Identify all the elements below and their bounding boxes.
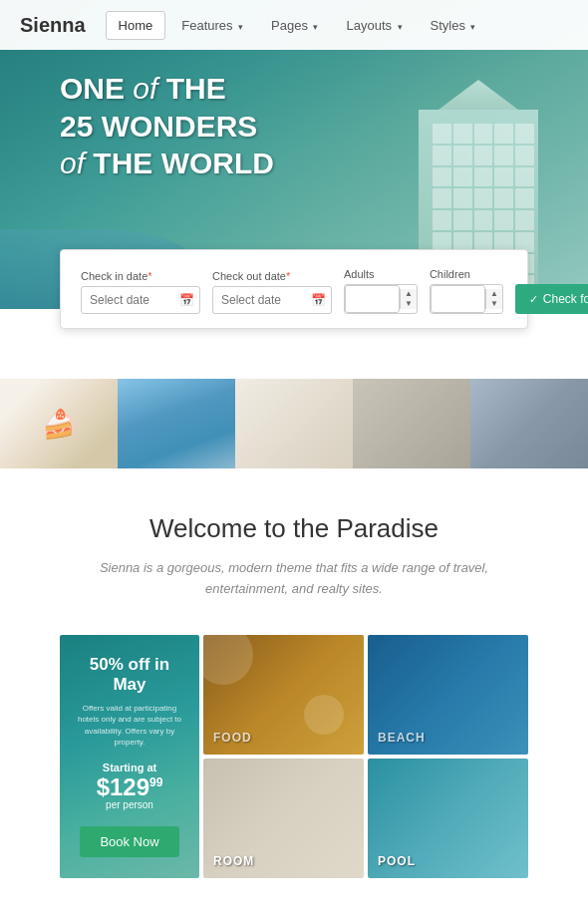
adults-spinner: ▲ ▼ <box>400 289 417 309</box>
food-card: FOOD <box>203 635 364 755</box>
booking-form: Check in date* 📅 Check out date* 📅 Adult… <box>60 249 528 329</box>
promo-small-text: Offers valid at participating hotels onl… <box>75 703 184 748</box>
checkout-input-wrap: 📅 <box>212 286 332 314</box>
checkout-label: Check out date* <box>212 270 332 282</box>
photo-food <box>0 379 118 468</box>
required-marker: * <box>147 270 151 282</box>
beach-card: BEACH <box>368 635 528 755</box>
hero-headline: ONE of THE 25 WONDERS of THE WORLD <box>60 70 274 182</box>
calendar-icon: 📅 <box>179 293 194 307</box>
adults-increment[interactable]: ▲ <box>401 289 417 299</box>
children-increment[interactable]: ▲ <box>486 289 502 299</box>
chevron-down-icon: ▾ <box>236 22 244 32</box>
welcome-section: Welcome to the Paradise Sienna is a gorg… <box>0 468 588 635</box>
required-marker: * <box>286 270 290 282</box>
adults-decrement[interactable]: ▼ <box>401 299 417 309</box>
checkout-field-group: Check out date* 📅 <box>212 270 332 314</box>
nav-links: Home Features ▾ Pages ▾ Layouts ▾ Styles… <box>106 16 488 34</box>
photo-beach <box>470 379 588 468</box>
room-label: ROOM <box>213 854 254 868</box>
pool-label: POOL <box>378 854 416 868</box>
adults-field-group: Adults 1 ▲ ▼ <box>344 268 418 314</box>
nav-item-pages[interactable]: Pages ▾ <box>259 16 330 34</box>
children-spinner: ▲ ▼ <box>485 289 502 309</box>
booking-fields: Check in date* 📅 Check out date* 📅 Adult… <box>81 268 507 314</box>
children-number-input: 0 ▲ ▼ <box>430 284 503 314</box>
nav-item-home[interactable]: Home <box>106 16 166 34</box>
nav-item-styles[interactable]: Styles ▾ <box>419 16 488 34</box>
nav-link-layouts[interactable]: Layouts ▾ <box>334 12 414 39</box>
welcome-description: Sienna is a gorgeous, modern theme that … <box>60 558 528 600</box>
checkin-label: Check in date* <box>81 270 200 282</box>
amenities-section: ✓240 Luxury Rooms✓6 Heated Indoor Pools✓… <box>0 908 588 917</box>
room-card: ROOM <box>203 759 364 878</box>
check-rooms-button[interactable]: Check for rooms <box>515 284 588 314</box>
promo-price: $12999 <box>97 775 163 799</box>
nav-link-features[interactable]: Features ▾ <box>169 12 255 39</box>
adults-label: Adults <box>344 268 418 280</box>
adults-number-input: 1 ▲ ▼ <box>344 284 418 314</box>
chevron-down-icon: ▾ <box>395 22 403 32</box>
checkin-field-group: Check in date* 📅 <box>81 270 200 314</box>
navbar: Sienna Home Features ▾ Pages ▾ Layouts ▾… <box>0 0 588 50</box>
promo-starting-label: Starting at <box>103 762 156 773</box>
nav-item-features[interactable]: Features ▾ <box>169 16 255 34</box>
book-now-button[interactable]: Book Now <box>80 826 178 857</box>
welcome-title: Welcome to the Paradise <box>60 513 528 544</box>
hero-text: ONE of THE 25 WONDERS of THE WORLD <box>60 70 274 182</box>
promo-per-person: per person <box>106 799 153 810</box>
promo-grid: 50% off in May Offers valid at participa… <box>60 635 528 878</box>
beach-label: BEACH <box>378 731 426 745</box>
children-label: Children <box>430 268 503 280</box>
nav-item-layouts[interactable]: Layouts ▾ <box>334 16 414 34</box>
promo-offer-card: 50% off in May Offers valid at participa… <box>60 635 199 878</box>
photo-white-objects <box>235 379 353 468</box>
pool-card: POOL <box>368 759 528 878</box>
nav-link-styles[interactable]: Styles ▾ <box>419 12 488 39</box>
children-field-group: Children 0 ▲ ▼ <box>430 268 503 314</box>
brand-logo: Sienna <box>20 14 86 37</box>
calendar-icon: 📅 <box>311 293 326 307</box>
photo-strip <box>0 379 588 468</box>
nav-link-pages[interactable]: Pages ▾ <box>259 12 330 39</box>
photo-aerial <box>118 379 235 468</box>
nav-link-home[interactable]: Home <box>106 11 166 40</box>
promo-discount: 50% off in May <box>75 655 184 695</box>
photo-room-interior <box>353 379 470 468</box>
chevron-down-icon: ▾ <box>311 22 319 32</box>
adults-input[interactable]: 1 <box>345 285 400 313</box>
children-decrement[interactable]: ▼ <box>486 299 502 309</box>
chevron-down-icon: ▾ <box>468 22 476 32</box>
checkin-input-wrap: 📅 <box>81 286 200 314</box>
children-input[interactable]: 0 <box>431 285 485 313</box>
